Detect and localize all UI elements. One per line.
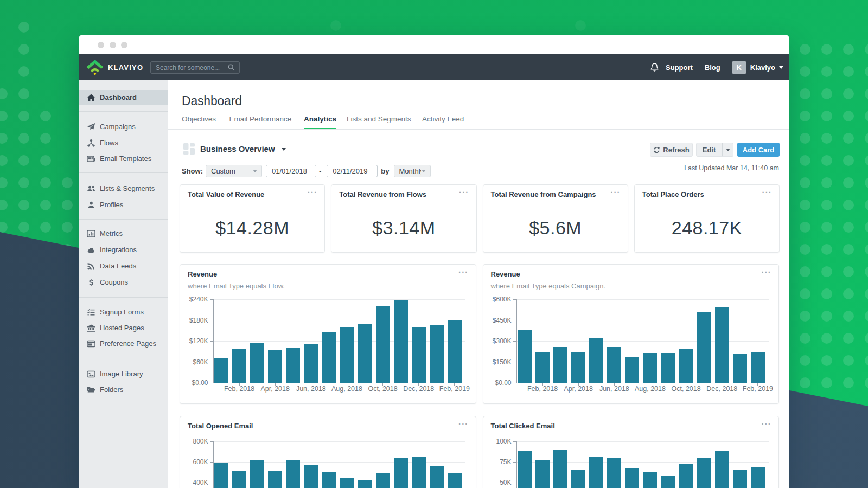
sidebar-item-lists-segments[interactable]: Lists & Segments — [79, 181, 168, 196]
card-menu-button[interactable]: ... — [459, 185, 469, 195]
edit-caret-icon — [726, 149, 730, 151]
list-icon — [87, 308, 95, 317]
sidebar-item-label: Preference Pages — [100, 339, 156, 348]
edit-dropdown-button[interactable] — [722, 143, 733, 157]
sidebar-item-dashboard[interactable]: Dashboard — [79, 90, 168, 105]
sidebar-item-label: Email Templates — [100, 155, 151, 163]
newspaper-icon — [87, 155, 95, 163]
svg-text:800K: 800K — [193, 438, 208, 445]
svg-text:Oct, 2018: Oct, 2018 — [671, 385, 700, 393]
svg-text:75K: 75K — [500, 458, 511, 466]
stat-card: Total Revenue from Flows...$3.14M — [331, 184, 476, 253]
sidebar-item-signup-forms[interactable]: Signup Forms — [79, 305, 168, 319]
sidebar-item-label: Lists & Segments — [100, 184, 155, 192]
filter-row: Show: Custom 01/01/2018 - 02/11/2019 by — [182, 165, 431, 177]
flows-icon — [87, 139, 95, 147]
bar-chart-plot: 400K600K800K — [180, 416, 477, 488]
stat-card: Total Place Orders...248.17K — [634, 184, 780, 253]
tab-activity-feed[interactable]: Activity Feed — [422, 115, 464, 129]
sidebar-item-profiles[interactable]: Profiles — [79, 197, 168, 212]
klaviyo-mark-icon — [85, 59, 105, 76]
window-control-2[interactable] — [110, 42, 116, 48]
sidebar-divider — [79, 297, 168, 298]
sidebar-item-flows[interactable]: Flows — [79, 136, 168, 150]
start-date-input[interactable]: 01/01/2018 — [266, 165, 316, 177]
refresh-button[interactable]: Refresh — [650, 143, 693, 157]
edit-label: Edit — [703, 146, 716, 154]
sidebar-item-folders[interactable]: Folders — [79, 382, 168, 397]
board-selector[interactable]: Business Overview — [200, 144, 286, 153]
stat-card-title: Total Revenue from Flows — [339, 190, 426, 198]
card-menu-button[interactable]: ... — [610, 185, 621, 195]
svg-text:Oct, 2018: Oct, 2018 — [368, 385, 398, 393]
sidebar-item-email-templates[interactable]: Email Templates — [79, 151, 168, 166]
card-menu-button[interactable]: ... — [762, 185, 772, 195]
card-menu-button[interactable]: ... — [308, 185, 318, 195]
sidebar-divider — [79, 172, 168, 173]
account-avatar[interactable]: K — [732, 61, 746, 74]
main-content: Dashboard ObjectivesEmail PerformanceAna… — [168, 80, 789, 488]
end-date-input[interactable]: 02/11/2019 — [327, 165, 378, 177]
svg-text:Apr, 2018: Apr, 2018 — [564, 385, 593, 393]
sidebar-item-campaigns[interactable]: Campaigns — [79, 119, 168, 134]
stat-card-title: Total Value of Revenue — [188, 190, 264, 198]
support-link[interactable]: Support — [666, 63, 693, 72]
sidebar-item-image-library[interactable]: Image Library — [79, 367, 168, 381]
board-name-text: Business Overview — [200, 144, 275, 153]
account-menu[interactable]: Klaviyo — [750, 63, 775, 72]
sidebar-item-preference-pages[interactable]: Preference Pages — [79, 336, 168, 351]
brand-text: KLAVIYO — [108, 63, 143, 72]
sidebar-item-label: Hosted Pages — [100, 324, 144, 332]
tab-lists-and-segments[interactable]: Lists and Segments — [347, 115, 411, 129]
folder-icon — [87, 386, 95, 394]
add-card-button[interactable]: Add Card — [737, 143, 780, 157]
svg-text:50K: 50K — [500, 479, 511, 486]
chart-card: Total Clicked Email...50K75K100K — [483, 416, 780, 488]
notifications-bell-icon[interactable] — [650, 62, 659, 72]
window-control-3[interactable] — [121, 42, 127, 48]
sidebar-divider — [79, 111, 168, 112]
window-control-1[interactable] — [98, 42, 104, 48]
window-titlebar — [79, 35, 789, 54]
show-label: Show: — [182, 167, 203, 175]
svg-text:$180K: $180K — [189, 317, 208, 324]
stat-card-title: Total Place Orders — [642, 190, 704, 198]
tab-objectives[interactable]: Objectives — [182, 115, 216, 129]
search-input[interactable]: Search for someone... — [150, 61, 240, 74]
cloud-icon — [87, 246, 95, 254]
sidebar-divider — [79, 359, 168, 359]
sidebar-item-data-feeds[interactable]: Data Feeds — [79, 259, 168, 273]
svg-text:$0.00: $0.00 — [192, 379, 208, 387]
svg-text:Feb, 2019: Feb, 2019 — [439, 385, 470, 393]
stat-card: Total Value of Revenue...$14.28M — [180, 184, 325, 253]
sidebar-item-coupons[interactable]: Coupons — [79, 275, 168, 290]
board-caret-icon — [282, 148, 286, 151]
tab-analytics[interactable]: Analytics — [304, 115, 336, 129]
sidebar-item-label: Metrics — [100, 229, 123, 237]
interval-select[interactable]: Monthly — [394, 165, 431, 177]
bank-icon — [87, 324, 95, 332]
sidebar-item-label: Dashboard — [100, 93, 137, 101]
stat-card-value: $3.14M — [331, 217, 476, 239]
stat-card-value: $14.28M — [180, 217, 324, 239]
account-caret-icon[interactable] — [779, 66, 783, 69]
sidebar-divider — [79, 219, 168, 220]
klaviyo-logo[interactable]: KLAVIYO — [85, 58, 143, 76]
svg-text:$240K: $240K — [189, 296, 208, 303]
svg-text:Dec, 2018: Dec, 2018 — [403, 385, 434, 393]
bar-chart-icon — [87, 229, 95, 238]
sidebar-item-metrics[interactable]: Metrics — [79, 226, 168, 241]
browser-window: KLAVIYO Search for someone... Support Bl… — [79, 35, 789, 488]
sidebar-item-hosted-pages[interactable]: Hosted Pages — [79, 320, 168, 335]
blog-link[interactable]: Blog — [705, 63, 720, 72]
home-icon — [87, 93, 95, 102]
paper-plane-icon — [87, 123, 95, 131]
sidebar-item-integrations[interactable]: Integrations — [79, 242, 168, 257]
edit-button[interactable]: Edit — [696, 143, 722, 157]
sidebar-item-label: Signup Forms — [100, 308, 144, 316]
tab-email-performance[interactable]: Email Performance — [229, 115, 292, 129]
sidebar-nav: DashboardCampaignsFlowsEmail TemplatesLi… — [79, 80, 168, 488]
svg-text:Feb, 2018: Feb, 2018 — [527, 385, 557, 393]
date-range-select[interactable]: Custom — [206, 165, 262, 177]
users-icon — [87, 184, 95, 193]
